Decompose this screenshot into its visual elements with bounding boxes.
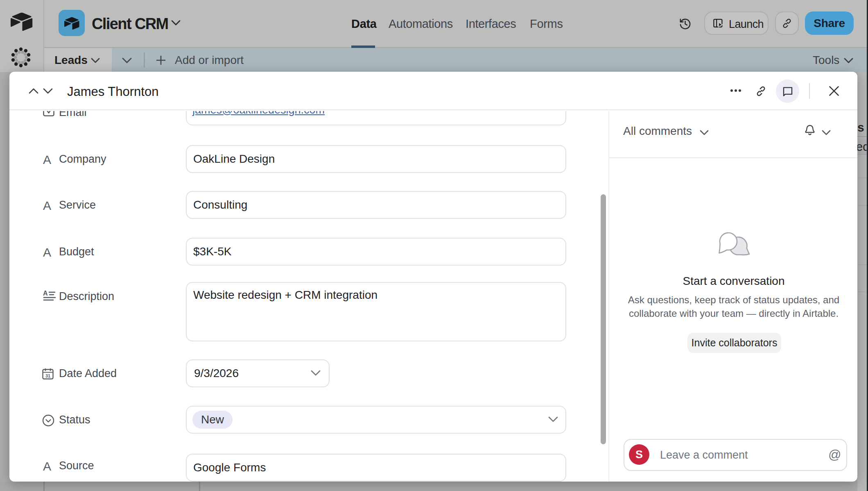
svg-text:31: 31 [45,373,50,378]
svg-text:A: A [43,290,48,297]
